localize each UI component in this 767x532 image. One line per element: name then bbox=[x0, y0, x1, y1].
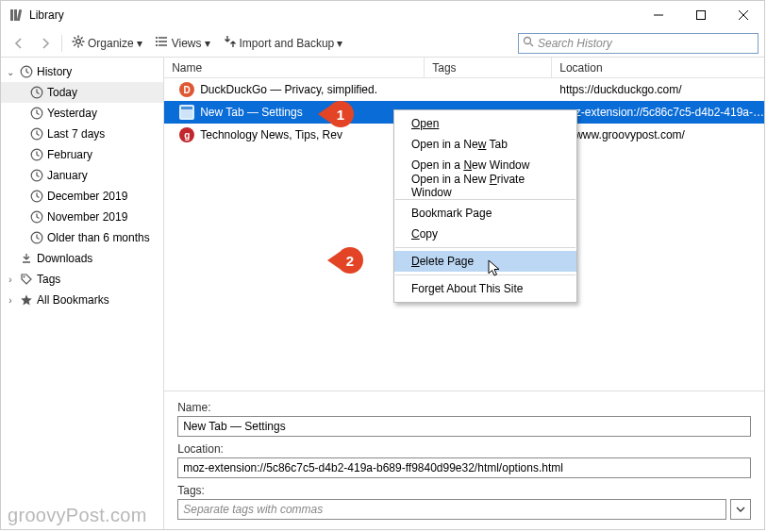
organize-button[interactable]: Organize ▾ bbox=[66, 32, 148, 54]
svg-rect-4 bbox=[696, 11, 705, 20]
tree-item-jan[interactable]: January bbox=[1, 165, 163, 186]
history-row[interactable]: DDuckDuckGo — Privacy, simplified. https… bbox=[164, 78, 764, 101]
ctx-bookmark-page[interactable]: Bookmark Page bbox=[394, 203, 576, 224]
details-pane: Name: Location: Tags: bbox=[164, 391, 764, 529]
ctx-forget-site[interactable]: Forget About This Site bbox=[394, 278, 576, 299]
tree-item-last7[interactable]: Last 7 days bbox=[1, 124, 163, 144]
location-label: Location: bbox=[177, 442, 751, 456]
chevron-right-icon: › bbox=[5, 295, 16, 306]
tree-label: November 2019 bbox=[47, 210, 127, 224]
context-menu: Open Open in a New Tab Open in a New Win… bbox=[393, 109, 577, 303]
tree-label: Tags bbox=[37, 273, 60, 286]
svg-point-7 bbox=[76, 40, 81, 44]
search-input[interactable] bbox=[538, 37, 754, 50]
favicon-gp: g bbox=[179, 127, 194, 142]
clock-icon bbox=[29, 209, 44, 224]
search-box[interactable] bbox=[518, 33, 759, 54]
tree-item-dec19[interactable]: December 2019 bbox=[1, 186, 163, 207]
tree-item-nov19[interactable]: November 2019 bbox=[1, 207, 163, 227]
ctx-open-new-tab[interactable]: Open in a New Tab bbox=[394, 134, 576, 155]
gear-icon bbox=[72, 35, 85, 51]
minimize-button[interactable] bbox=[637, 1, 679, 29]
library-window: Library Organize ▾ Views ▾ Import and Ba… bbox=[0, 0, 765, 530]
col-location[interactable]: Location bbox=[552, 58, 764, 77]
ctx-copy[interactable]: Copy bbox=[394, 224, 576, 244]
row-location: s://www.groovypost.com/ bbox=[552, 128, 764, 141]
svg-point-19 bbox=[156, 37, 158, 39]
ctx-delete-page[interactable]: Delete Page bbox=[394, 251, 576, 272]
window-title: Library bbox=[29, 8, 637, 22]
tree-label: December 2019 bbox=[47, 190, 127, 203]
svg-line-14 bbox=[81, 37, 83, 39]
row-title: DuckDuckGo — Privacy, simplified. bbox=[200, 83, 377, 96]
chevron-right-icon: › bbox=[5, 274, 16, 285]
toolbar: Organize ▾ Views ▾ Import and Backup ▾ bbox=[1, 29, 764, 58]
svg-point-20 bbox=[156, 41, 158, 42]
favicon-ddg: D bbox=[179, 82, 194, 97]
import-label: Import and Backup bbox=[240, 37, 335, 50]
svg-point-21 bbox=[156, 44, 158, 46]
chevron-down-icon: ▾ bbox=[137, 37, 142, 50]
tree-item-feb[interactable]: February bbox=[1, 144, 163, 165]
tags-input[interactable] bbox=[177, 499, 726, 520]
tree-label: Today bbox=[47, 86, 77, 99]
clock-icon bbox=[29, 126, 44, 141]
svg-line-15 bbox=[74, 44, 75, 46]
tree-item-older[interactable]: Older than 6 months bbox=[1, 227, 163, 248]
annotation-badge-1: 1 bbox=[327, 101, 354, 127]
col-tags[interactable]: Tags bbox=[425, 58, 552, 77]
tree-bookmarks[interactable]: ›All Bookmarks bbox=[1, 290, 163, 310]
name-input[interactable] bbox=[177, 416, 751, 437]
clock-icon bbox=[29, 85, 44, 100]
back-button[interactable] bbox=[7, 34, 31, 53]
maximize-button[interactable] bbox=[679, 1, 722, 29]
ctx-open[interactable]: Open bbox=[394, 113, 576, 134]
close-button[interactable] bbox=[722, 1, 764, 29]
svg-line-13 bbox=[81, 44, 83, 46]
tree-history[interactable]: ⌄ History bbox=[1, 61, 163, 82]
views-label: Views bbox=[172, 37, 202, 50]
separator bbox=[61, 35, 62, 52]
forward-button[interactable] bbox=[33, 34, 58, 53]
tree-label: February bbox=[47, 148, 92, 161]
clock-icon bbox=[29, 189, 44, 204]
tree-item-yesterday[interactable]: Yesterday bbox=[1, 103, 163, 124]
tree-label: Yesterday bbox=[47, 107, 97, 120]
titlebar: Library bbox=[1, 1, 764, 29]
clock-icon bbox=[29, 230, 44, 245]
tree-item-today[interactable]: Today bbox=[1, 82, 163, 103]
svg-point-33 bbox=[24, 276, 25, 278]
tree-downloads[interactable]: Downloads bbox=[1, 248, 163, 269]
chevron-down-icon: ▾ bbox=[337, 37, 342, 50]
ctx-open-private-window[interactable]: Open in a New Private Window bbox=[394, 175, 576, 196]
import-backup-button[interactable]: Import and Backup ▾ bbox=[218, 32, 349, 54]
col-name[interactable]: Name bbox=[164, 58, 425, 77]
tags-label: Tags: bbox=[177, 484, 751, 497]
annotation-badge-2: 2 bbox=[337, 247, 363, 274]
location-input[interactable] bbox=[177, 457, 751, 478]
name-label: Name: bbox=[177, 401, 751, 414]
row-location: https://duckduckgo.com/ bbox=[552, 83, 764, 96]
row-title: Technology News, Tips, Rev bbox=[200, 128, 342, 141]
favicon-newtab bbox=[179, 105, 194, 120]
svg-line-23 bbox=[530, 43, 533, 46]
ctx-separator bbox=[395, 247, 575, 248]
tree-tags[interactable]: ›Tags bbox=[1, 269, 163, 290]
tags-dropdown-button[interactable] bbox=[730, 499, 751, 520]
tree-label: Last 7 days bbox=[47, 127, 105, 141]
organize-label: Organize bbox=[88, 37, 134, 50]
tag-icon bbox=[19, 272, 34, 287]
star-icon bbox=[19, 292, 34, 308]
watermark: groovyPost.com bbox=[8, 505, 147, 526]
tree-label: History bbox=[37, 65, 72, 78]
tree-label: January bbox=[47, 169, 88, 182]
clock-icon bbox=[29, 168, 44, 183]
views-button[interactable]: Views ▾ bbox=[150, 32, 216, 54]
ctx-separator bbox=[395, 274, 575, 275]
body: ⌄ History Today Yesterday Last 7 days Fe… bbox=[1, 58, 764, 529]
clock-icon bbox=[29, 106, 44, 121]
list-icon bbox=[156, 35, 169, 51]
svg-rect-2 bbox=[17, 9, 22, 21]
tree-label: Downloads bbox=[37, 252, 92, 265]
history-icon bbox=[19, 64, 34, 79]
